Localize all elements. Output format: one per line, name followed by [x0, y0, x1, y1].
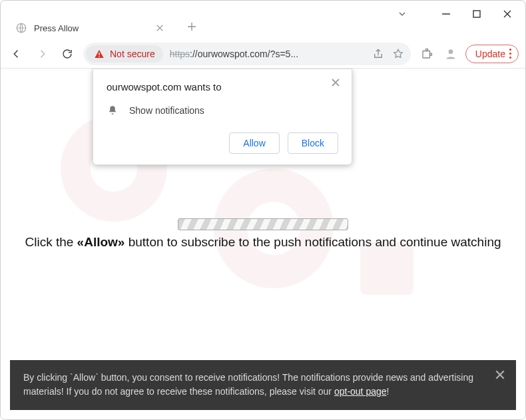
reload-button[interactable] — [58, 45, 77, 63]
svg-rect-1 — [473, 11, 480, 17]
page-content: Click the «Allow» button to subscribe to… — [1, 69, 525, 419]
svg-rect-3 — [99, 53, 99, 55]
tab-active[interactable]: Press Allow — [7, 17, 174, 39]
url-rest: ://ourwowspot.com/?s=5... — [190, 49, 298, 59]
svg-rect-5 — [423, 51, 430, 58]
svg-rect-4 — [99, 56, 99, 57]
update-button[interactable]: Update — [465, 45, 519, 63]
instruction-text: Click the «Allow» button to subscribe to… — [1, 235, 525, 250]
opt-out-link[interactable]: opt-out page — [334, 386, 387, 397]
security-chip[interactable]: Not secure — [86, 45, 163, 63]
block-button[interactable]: Block — [288, 132, 338, 154]
svg-rect-6 — [425, 49, 427, 51]
menu-dots-icon — [509, 49, 511, 59]
permission-origin: ourwowspot.com wants to — [107, 81, 338, 93]
tab-title: Press Allow — [34, 23, 147, 33]
loading-bar — [178, 218, 348, 230]
allow-button[interactable]: Allow — [229, 132, 279, 154]
window-chevron-down-icon[interactable] — [387, 1, 417, 27]
watermark-shape — [360, 242, 413, 295]
window-maximize-button[interactable] — [461, 1, 492, 27]
forward-button[interactable] — [33, 45, 51, 63]
omnibox[interactable]: Not secure https://ourwowspot.com/?s=5..… — [83, 43, 411, 65]
browser-toolbar: Not secure https://ourwowspot.com/?s=5..… — [1, 39, 525, 69]
extensions-icon[interactable] — [417, 45, 436, 63]
profile-avatar-icon[interactable] — [441, 45, 460, 63]
svg-rect-7 — [429, 53, 431, 55]
share-icon[interactable] — [368, 44, 388, 64]
bookmark-star-icon[interactable] — [388, 44, 408, 64]
tab-close-button[interactable] — [154, 22, 166, 34]
window-minimize-button[interactable] — [431, 1, 461, 27]
bell-icon — [107, 105, 119, 116]
permission-item: Show notifications — [129, 105, 204, 116]
consent-text: By clicking `Allow` button, you consent … — [23, 372, 473, 397]
globe-icon — [15, 22, 27, 34]
instruction-pre: Click the — [25, 235, 77, 249]
instruction-bold: «Allow» — [77, 235, 125, 249]
permission-popup: ourwowspot.com wants to Show notificatio… — [93, 69, 352, 165]
new-tab-button[interactable] — [182, 17, 202, 37]
consent-close-button[interactable] — [495, 369, 507, 381]
security-label: Not secure — [110, 49, 155, 59]
consent-bar: By clicking `Allow` button, you consent … — [10, 360, 516, 410]
url-scheme: https — [170, 49, 190, 59]
popup-close-button[interactable] — [329, 76, 342, 89]
url-text: https://ourwowspot.com/?s=5... — [170, 49, 368, 59]
consent-text-post: ! — [387, 386, 390, 397]
update-label: Update — [475, 49, 505, 59]
svg-point-8 — [449, 49, 453, 54]
instruction-post: button to subscribe to the push notifica… — [125, 235, 501, 249]
warning-triangle-icon — [94, 49, 105, 59]
back-button[interactable] — [7, 45, 26, 63]
window-close-button[interactable] — [492, 1, 523, 27]
